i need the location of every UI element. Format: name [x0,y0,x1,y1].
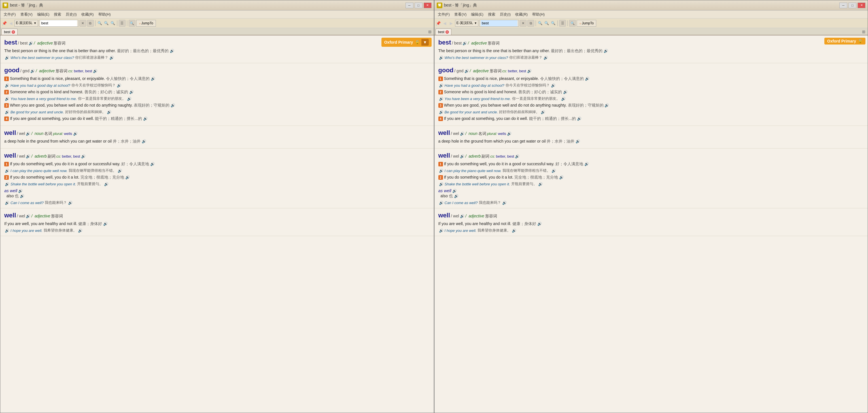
search-box-left[interactable] [39,20,79,27]
jumpto-button-left[interactable]: ⬦ JumpTo [136,20,156,27]
sound-cs-good-left[interactable]: 🔊 [93,69,97,73]
sound-def-as-well-left[interactable]: 🔊 [20,194,24,198]
content-area-right[interactable]: Oxford Primary 🔒 best / best 🔊 / adjecti… [434,35,868,413]
maximize-button-left[interactable]: □ [414,3,423,8]
tab-best-right[interactable]: best ✕ [436,29,452,35]
search-icon-right[interactable]: 🔍 [569,20,576,27]
sound-exzh-as-well-left[interactable]: 🔊 [68,201,72,205]
sound-ex-good-2-right[interactable]: 🔊 [439,97,443,101]
sound-cs-well-adv-left[interactable]: 🔊 [81,154,86,158]
menu-favorites-left[interactable]: 收藏(R) [79,11,96,18]
sound-ex-good-1-right[interactable]: 🔊 [439,83,443,88]
extra-btn-right[interactable]: ☰ [559,20,566,27]
sound-exzh-good-1-left[interactable]: 🔊 [117,83,121,88]
dict-selector-right[interactable]: E-英汉ESL ▼ [455,20,478,27]
menu-history-right[interactable]: 历史(I) [498,11,513,18]
sound-icon-good-right[interactable]: 🔊 [464,69,469,73]
sound-ex-as-well-left[interactable]: 🔊 [5,201,9,205]
sound-def-good-4-right[interactable]: 🔊 [577,117,582,121]
sound-def-well-adv-1-right[interactable]: 🔊 [584,162,589,166]
sound-exzh-well-adv-2-right[interactable]: 🔊 [538,182,543,186]
sound-ex-well-adv-2-right[interactable]: 🔊 [439,182,443,186]
sound-icon-well-adj-left[interactable]: 🔊 [26,214,30,218]
close-button-right[interactable]: ✕ [858,3,865,8]
pin-button-left[interactable]: 📌 [1,21,7,26]
tab-extra-left[interactable]: ⊞ [427,29,433,35]
pin-button-right[interactable]: 📌 [436,21,441,26]
sound-exzh-well-adv-1-left[interactable]: 🔊 [118,169,122,173]
sound-def-good-4-left[interactable]: 🔊 [143,117,148,121]
sound-icon-well-noun-right[interactable]: 🔊 [460,131,464,136]
sound-ex-as-well-right[interactable]: 🔊 [439,201,443,205]
menu-file-left[interactable]: 文件(F) [1,11,18,18]
maximize-button-right[interactable]: □ [848,3,857,8]
jumpto-button-right[interactable]: ⬦ JumpTo [577,20,596,27]
sound-exzh-good-1-right[interactable]: 🔊 [551,83,555,88]
sound-def-well-adv-1-left[interactable]: 🔊 [150,162,155,166]
oxford-badge-left[interactable]: Oxford Primary 🔒 ▼ [381,38,432,47]
sound-icon-best-right[interactable]: 🔊 [463,41,467,46]
zoom-out-right[interactable]: 🔍 [544,21,550,26]
sound-ex-best-1-right[interactable]: 🔊 [439,56,443,60]
sound-def-well-noun-1-left[interactable]: 🔊 [142,139,146,143]
oxford-dropdown-left[interactable]: ▼ [422,39,429,46]
find-left[interactable]: 🔍 [110,21,116,26]
sound-def-as-well-right[interactable]: 🔊 [454,194,459,198]
sound-icon-well-adv-right[interactable]: 🔊 [460,154,464,158]
back-button-right[interactable]: ◀ [442,21,448,26]
sound-def-well-adj-1-left[interactable]: 🔊 [103,222,108,226]
sound-ex-well-adv-1-right[interactable]: 🔊 [439,169,443,173]
content-area-left[interactable]: Oxford Primary 🔒 ▼ best / best 🔊 / adjec… [0,35,434,413]
menu-search-right[interactable]: 搜索 [486,11,498,18]
menu-view-right[interactable]: 查看(V) [452,11,469,18]
sound-exzh-well-adj-1-left[interactable]: 🔊 [78,229,83,233]
zoom-in-left[interactable]: 🔍 [97,21,102,26]
search-box-right[interactable] [479,20,519,27]
sound-def-well-adj-1-right[interactable]: 🔊 [537,222,542,226]
search-clear-right[interactable]: ✕ [520,20,527,27]
sound-exzh-well-adv-2-left[interactable]: 🔊 [104,182,108,186]
sound-exzh-as-well-right[interactable]: 🔊 [502,201,507,205]
sound-def-well-adv-2-left[interactable]: 🔊 [125,175,130,179]
sound-ex-good-3-left[interactable]: 🔊 [5,110,9,114]
sound-exzh-good-3-right[interactable]: 🔊 [541,110,545,114]
menu-edit-right[interactable]: 编辑(E) [469,11,486,18]
sound-icon-good-left[interactable]: 🔊 [30,69,35,73]
sound-def-well-noun-1-right[interactable]: 🔊 [576,139,580,143]
sound-icon-well-adv-left[interactable]: 🔊 [26,154,30,158]
menu-search-left[interactable]: 搜索 [52,11,63,18]
sound-exzh-well-adj-1-right[interactable]: 🔊 [512,229,516,233]
sound-cs-well-noun-left[interactable]: 🔊 [73,131,78,136]
find-right[interactable]: 🔍 [550,21,556,26]
sound-ex-best-1-left[interactable]: 🔊 [5,56,9,60]
zoom-out-left[interactable]: 🔍 [103,21,109,26]
tab-close-best-right[interactable]: ✕ [445,30,449,34]
tab-close-best-left[interactable]: ✕ [11,30,15,34]
sound-icon-well-noun-left[interactable]: 🔊 [26,131,30,136]
menu-view-left[interactable]: 查看(V) [18,11,35,18]
sound-as-well-left[interactable]: 🔊 [18,189,23,193]
copy-button-left[interactable]: ⧉ [87,20,94,27]
sound-icon-well-adj-right[interactable]: 🔊 [460,214,464,218]
sound-ex-zh-best-1-right[interactable]: 🔊 [544,56,548,60]
back-button-left[interactable]: ◀ [8,21,13,26]
sound-exzh-good-2-left[interactable]: 🔊 [127,97,131,101]
sound-def-good-1-left[interactable]: 🔊 [151,77,155,81]
dict-selector-left[interactable]: E-英汉ESL ▼ [14,20,38,27]
sound-cs-well-noun-right[interactable]: 🔊 [507,131,512,136]
sound-def-good-2-right[interactable]: 🔊 [563,90,568,94]
search-input-left[interactable] [40,20,77,26]
extra-btn-left[interactable]: ☰ [119,20,126,27]
menu-help-left[interactable]: 帮助(H) [96,11,113,18]
minimize-button-left[interactable]: ─ [405,3,413,8]
sound-exzh-well-adv-1-right[interactable]: 🔊 [552,169,556,173]
copy-button-right[interactable]: ⧉ [527,20,534,27]
tab-best-left[interactable]: best ✕ [1,29,18,35]
minimize-button-right[interactable]: ─ [839,3,847,8]
search-input-right[interactable] [480,20,518,26]
menu-help-right[interactable]: 帮助(H) [530,11,547,18]
sound-icon-best-left[interactable]: 🔊 [29,41,33,46]
tab-extra-right[interactable]: ⊞ [861,29,867,35]
sound-ex-well-adv-2-left[interactable]: 🔊 [5,182,9,186]
oxford-badge-right[interactable]: Oxford Primary 🔒 [824,38,865,45]
